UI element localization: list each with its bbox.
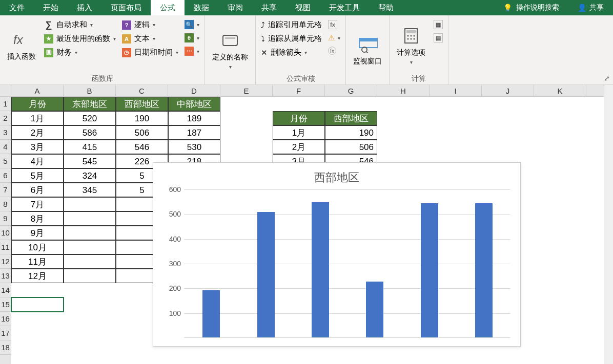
cell[interactable]: 8月 <box>11 211 64 226</box>
cell[interactable]: 546 <box>116 140 168 154</box>
chart-bar[interactable] <box>202 290 220 337</box>
calc-sheet-button[interactable]: ▤ <box>433 33 444 43</box>
cell[interactable]: 11月 <box>11 254 64 269</box>
cell[interactable]: 月份 <box>11 97 64 111</box>
row-header-1[interactable]: 1 <box>0 97 11 111</box>
cell[interactable]: 190 <box>325 125 377 140</box>
row-header-13[interactable]: 13 <box>0 269 11 283</box>
cell[interactable]: 520 <box>64 111 116 125</box>
column-header-B[interactable]: B <box>64 85 116 96</box>
cell[interactable] <box>64 254 116 269</box>
evaluate-formula-button[interactable]: fx <box>327 46 341 55</box>
chart-bar[interactable] <box>312 202 329 337</box>
trace-precedents-button[interactable]: ⤴追踪引用单元格 <box>260 19 323 30</box>
cell[interactable]: 345 <box>64 183 116 197</box>
row-header-5[interactable]: 5 <box>0 154 11 168</box>
text-button[interactable]: A文本▾ <box>121 33 179 44</box>
cell[interactable]: 190 <box>116 111 168 125</box>
error-checking-button[interactable]: ⚠▾ <box>327 33 341 43</box>
chart-bar[interactable] <box>475 203 493 337</box>
cell[interactable]: 2月 <box>11 125 64 140</box>
menu-item-插入[interactable]: 插入 <box>68 0 101 15</box>
row-header-4[interactable]: 4 <box>0 140 11 154</box>
column-header-J[interactable]: J <box>482 85 534 96</box>
menu-item-开始[interactable]: 开始 <box>34 0 68 15</box>
cell[interactable] <box>64 269 116 283</box>
menu-item-文件[interactable]: 文件 <box>0 0 34 15</box>
cell[interactable] <box>64 197 116 211</box>
chart-bar[interactable] <box>366 282 383 337</box>
row-header-10[interactable]: 10 <box>0 226 11 240</box>
row-header-18[interactable]: 18 <box>0 340 11 355</box>
column-header-G[interactable]: G <box>325 85 377 96</box>
column-header-D[interactable]: D <box>168 85 220 96</box>
show-formulas-button[interactable]: fx <box>327 19 341 30</box>
cell[interactable] <box>64 240 116 254</box>
cell[interactable]: 9月 <box>11 226 64 240</box>
column-header-E[interactable]: E <box>220 85 273 96</box>
row-header-16[interactable]: 16 <box>0 312 11 326</box>
menu-item-共享[interactable]: 共享 <box>252 0 286 15</box>
cell[interactable]: 12月 <box>11 269 64 283</box>
embedded-chart[interactable]: 西部地区 100200300400500600 <box>153 162 521 347</box>
cell[interactable]: 2月 <box>273 140 325 154</box>
math-button[interactable]: θ▾ <box>183 33 200 43</box>
cell[interactable]: 506 <box>116 125 168 140</box>
vertical-scrollbar[interactable] <box>604 85 613 364</box>
defined-names-button[interactable]: 定义的名称 ▾ <box>208 17 252 82</box>
cell[interactable]: 506 <box>325 140 377 154</box>
cell[interactable]: 189 <box>168 111 220 125</box>
cell[interactable]: 324 <box>64 168 116 183</box>
cell[interactable]: 6月 <box>11 183 64 197</box>
column-header-I[interactable]: I <box>430 85 482 96</box>
cell[interactable]: 586 <box>64 125 116 140</box>
cell[interactable]: 415 <box>64 140 116 154</box>
column-header-C[interactable]: C <box>116 85 168 96</box>
cell[interactable]: 3月 <box>11 140 64 154</box>
chart-bar[interactable] <box>257 212 275 337</box>
insert-function-button[interactable]: fx 插入函数 <box>3 17 40 73</box>
collapse-ribbon-icon[interactable]: ⤢ <box>604 74 610 82</box>
row-header-14[interactable]: 14 <box>0 283 11 297</box>
more-functions-button[interactable]: ⋯▾ <box>183 46 200 56</box>
financial-button[interactable]: 圓财务▾ <box>43 47 117 58</box>
cell[interactable]: 1月 <box>11 111 64 125</box>
cell[interactable]: 西部地区 <box>116 97 168 111</box>
menu-item-公式[interactable]: 公式 <box>151 0 185 15</box>
cell[interactable] <box>64 226 116 240</box>
menu-item-页面布局[interactable]: 页面布局 <box>101 0 151 15</box>
menu-item-审阅[interactable]: 审阅 <box>218 0 252 15</box>
row-header-8[interactable]: 8 <box>0 197 11 211</box>
menu-item-帮助[interactable]: 帮助 <box>369 0 403 15</box>
row-header-6[interactable]: 6 <box>0 168 11 183</box>
cell[interactable]: 1月 <box>273 125 325 140</box>
watch-window-button[interactable]: 监视窗口 <box>349 17 386 82</box>
menu-item-数据[interactable]: 数据 <box>185 0 218 15</box>
cell[interactable] <box>64 211 116 226</box>
cell[interactable]: 月份 <box>273 111 325 125</box>
cell[interactable]: 187 <box>168 125 220 140</box>
row-header-17[interactable]: 17 <box>0 326 11 340</box>
cell[interactable]: 7月 <box>11 197 64 211</box>
active-cell[interactable] <box>11 297 64 312</box>
cell[interactable]: 西部地区 <box>325 111 377 125</box>
datetime-button[interactable]: ◷日期和时间▾ <box>121 47 179 58</box>
menu-item-开发工具[interactable]: 开发工具 <box>320 0 369 15</box>
row-header-15[interactable]: 15 <box>0 297 11 312</box>
cell[interactable]: 东部地区 <box>64 97 116 111</box>
remove-arrows-button[interactable]: ✕删除箭头▾ <box>260 47 323 58</box>
row-header-11[interactable]: 11 <box>0 240 11 254</box>
row-header-9[interactable]: 9 <box>0 211 11 226</box>
calc-now-button[interactable]: ▦ <box>433 19 444 30</box>
logical-button[interactable]: ?逻辑▾ <box>121 19 179 30</box>
cell[interactable]: 10月 <box>11 240 64 254</box>
tell-me-search[interactable]: 💡操作说明搜索 <box>494 3 568 12</box>
trace-dependents-button[interactable]: ⤵追踪从属单元格 <box>260 33 323 44</box>
column-header-A[interactable]: A <box>11 85 64 96</box>
recent-functions-button[interactable]: ★最近使用的函数▾ <box>43 33 117 44</box>
row-header-2[interactable]: 2 <box>0 111 11 125</box>
cell[interactable]: 4月 <box>11 154 64 168</box>
menu-item-视图[interactable]: 视图 <box>286 0 320 15</box>
chart-bar[interactable] <box>421 203 438 337</box>
autosum-button[interactable]: ∑自动求和▾ <box>43 19 117 30</box>
